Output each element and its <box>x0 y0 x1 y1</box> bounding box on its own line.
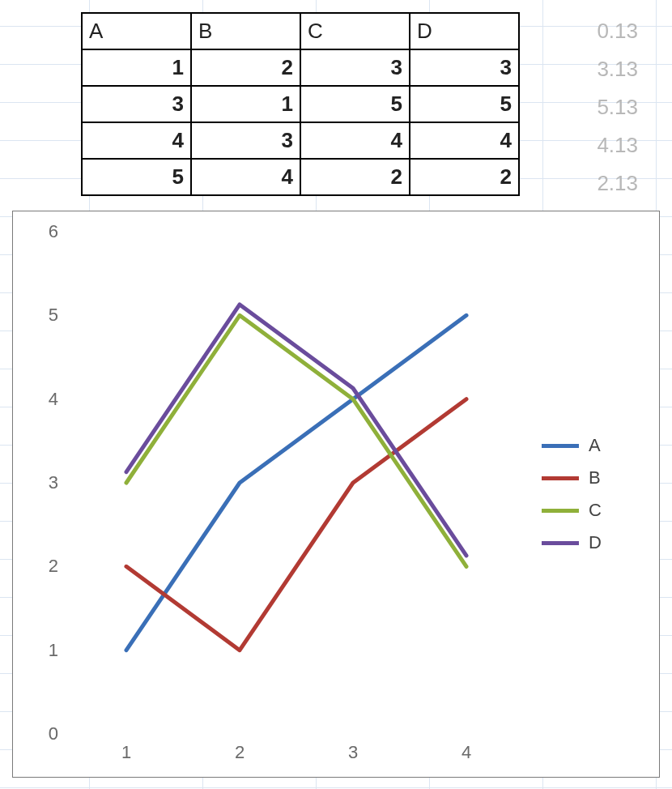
x-axis-tick: 4 <box>461 734 471 763</box>
x-axis-tick: 3 <box>348 734 358 763</box>
series-line-B <box>126 399 466 650</box>
plot-area: 01234561234 <box>70 232 523 734</box>
y-axis-tick: 6 <box>18 221 70 242</box>
table-header: B <box>191 13 300 49</box>
table-row: 3 1 5 5 <box>82 86 519 122</box>
table-cell: 3 <box>82 86 191 122</box>
x-axis-tick: 1 <box>121 734 131 763</box>
y-axis-tick: 1 <box>18 640 70 661</box>
y-axis-tick: 5 <box>18 305 70 326</box>
table-cell: 2 <box>191 49 300 86</box>
table-cell: 2 <box>410 159 519 195</box>
table-cell: 4 <box>191 159 300 195</box>
legend-swatch <box>542 476 579 480</box>
table-cell: 5 <box>410 86 519 122</box>
table-cell: 4 <box>410 122 519 159</box>
table-cell: 1 <box>191 86 300 122</box>
table-cell: 2 <box>300 159 410 195</box>
table-row: 5 4 2 2 <box>82 159 519 195</box>
table-cell: 3 <box>300 49 410 86</box>
table-cell: 3 <box>191 122 300 159</box>
legend-entry: A <box>542 435 639 456</box>
legend-entry: B <box>542 467 639 488</box>
table-cell: 4 <box>82 122 191 159</box>
y-axis-tick: 3 <box>18 472 70 493</box>
extra-cell: 4.13 <box>534 126 648 164</box>
legend-entry: D <box>542 532 639 553</box>
data-table: A B C D 1 2 3 3 3 1 5 5 4 3 4 <box>81 12 520 196</box>
table-cell: 3 <box>410 49 519 86</box>
chart-lines <box>70 232 523 734</box>
legend-entry: C <box>542 500 639 521</box>
legend-swatch <box>542 444 579 448</box>
legend-label: A <box>589 435 601 456</box>
legend-label: D <box>589 532 602 553</box>
extra-cell: 0.13 <box>534 12 648 50</box>
extra-cell: 3.13 <box>534 50 648 88</box>
table-cell: 4 <box>300 122 410 159</box>
line-chart: 01234561234 ABCD <box>12 211 660 778</box>
y-axis-tick: 0 <box>18 723 70 744</box>
extra-cell: 2.13 <box>534 164 648 203</box>
legend-label: C <box>589 500 602 521</box>
y-axis-tick: 2 <box>18 556 70 577</box>
extra-cell: 5.13 <box>534 88 648 126</box>
legend-swatch <box>542 509 579 513</box>
chart-legend: ABCD <box>542 424 639 565</box>
table-row: 1 2 3 3 <box>82 49 519 86</box>
table-header: A <box>82 13 191 49</box>
table-cell: 5 <box>82 159 191 195</box>
x-axis-tick: 2 <box>235 734 245 763</box>
extra-column: 0.13 3.13 5.13 4.13 2.13 <box>534 12 648 203</box>
table-header: D <box>410 13 519 49</box>
table-header: C <box>300 13 410 49</box>
table-cell: 5 <box>300 86 410 122</box>
table-row: 4 3 4 4 <box>82 122 519 159</box>
legend-swatch <box>542 541 579 545</box>
table-cell: 1 <box>82 49 191 86</box>
legend-label: B <box>589 467 601 488</box>
series-line-D <box>126 305 466 556</box>
y-axis-tick: 4 <box>18 389 70 410</box>
